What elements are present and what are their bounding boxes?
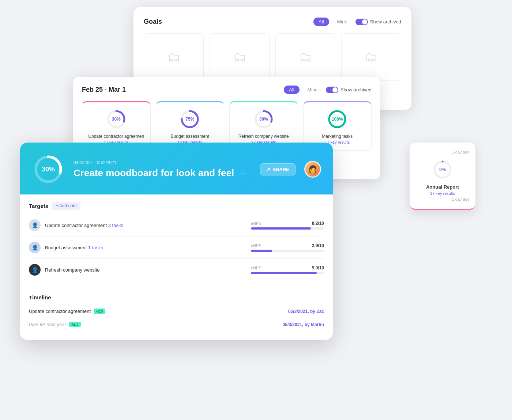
targets-section-header: Targets + Add note <box>29 194 324 214</box>
avatar: 👩 <box>304 161 321 178</box>
main-panel-header: 30% 04/2/2021 - 05/2/2021 Create moodboa… <box>20 143 333 194</box>
timeline-row-2: Plan for next year +2.5 05/3/2021, by Ma… <box>29 318 324 331</box>
share-icon: ↗ <box>266 167 270 172</box>
annual-donut: 0% <box>432 159 453 181</box>
donut-3: 30% <box>253 108 275 130</box>
goals-folder-row: 🗂 🗂 🗂 🗂 <box>144 33 401 81</box>
timeline-row-1: Update contractor agreement +2.5 05/3/20… <box>29 305 324 318</box>
donut-pct-1: 30% <box>112 117 121 122</box>
target-link-1[interactable]: 3 tasks <box>108 223 123 228</box>
donut-pct-2: 75% <box>185 117 194 122</box>
annual-meta-1: 1 day ago <box>415 150 470 154</box>
folder-icon-3: 🗂 <box>299 49 312 65</box>
metric-bar-fill-1 <box>251 227 311 230</box>
timeline-name-1: Update contractor agreement +2.5 <box>29 309 105 314</box>
folder-icon-4: 🗂 <box>365 49 378 65</box>
target-name-2: Budget assessment 1 tasks <box>45 245 246 250</box>
goals-archive-label: Show archived <box>370 19 401 24</box>
metric-value-3: 9.0/10 <box>312 265 324 270</box>
folder-icon-1: 🗂 <box>167 49 180 65</box>
target-metric-1: eNPS 8.2/10 <box>251 221 324 230</box>
weekly-filter-group: All Mine Show archived <box>284 86 372 94</box>
target-name-1: Update contractor agreement 3 tasks <box>45 223 246 228</box>
donut-1: 30% <box>105 108 127 130</box>
main-header-title: Create moodboard for look and feel <box>74 167 234 179</box>
weekly-archive-toggle[interactable] <box>326 87 338 93</box>
metric-bar-fill-3 <box>251 272 317 274</box>
goals-archive-toggle[interactable] <box>355 19 368 25</box>
target-row-1: 👤 Update contractor agreement 3 tasks eN… <box>29 214 324 237</box>
metric-header-2: eNPS 2.9/10 <box>251 243 324 248</box>
metric-bar-bg-2 <box>251 250 324 252</box>
metric-header-1: eNPS 8.2/10 <box>251 221 324 226</box>
timeline-meta-1: 05/3/2021, by Zac <box>288 309 324 314</box>
metric-bar-bg-3 <box>251 272 324 274</box>
annual-donut-pct: 0% <box>439 167 445 172</box>
folder-icon-2: 🗂 <box>233 49 246 65</box>
goals-filter-all[interactable]: All <box>313 18 329 26</box>
main-header-info: 04/2/2021 - 05/2/2021 Create moodboard f… <box>74 160 251 179</box>
timeline-label: Timeline <box>29 294 51 300</box>
annual-report-panel: 1 day ago 0% Annual Report 17 key result… <box>410 143 475 210</box>
main-donut: 30% <box>32 153 65 186</box>
target-row-3: 👤 Refresh company website eNPS 9.0/10 <box>29 259 324 281</box>
timeline-name-2: Plan for next year +2.5 <box>29 322 81 327</box>
donut-4: 100% <box>326 108 348 130</box>
goals-title: Goals <box>144 18 162 26</box>
folder-card-3[interactable]: 🗂 <box>275 33 335 81</box>
goals-filter-mine[interactable]: Mine <box>332 18 353 26</box>
goal-card-name-3: Refresh company website <box>238 134 289 139</box>
target-avatar-2: 👤 <box>29 242 41 253</box>
goal-card-name-1: Update contractor agreemen <box>88 134 144 139</box>
metric-label-1: eNPS <box>251 221 261 226</box>
target-avatar-1: 👤 <box>29 219 41 231</box>
add-note-button[interactable]: + Add note <box>52 202 80 210</box>
weekly-filter-mine[interactable]: Mine <box>302 86 323 94</box>
main-donut-pct: 30% <box>42 166 55 173</box>
annual-report-sub: 17 key results <box>415 191 470 196</box>
weekly-archive-label: Show archived <box>340 87 372 92</box>
timeline-meta-2: 05/3/2021, by Martin <box>283 322 324 327</box>
donut-pct-3: 30% <box>259 117 268 122</box>
metric-value-1: 8.2/10 <box>312 221 324 226</box>
goal-card-name-4: Marketing tasks <box>322 134 353 139</box>
folder-card-2[interactable]: 🗂 <box>210 33 270 81</box>
metric-bar-fill-2 <box>251 250 272 252</box>
metric-label-3: eNPS <box>251 266 261 270</box>
weekly-panel-header: Feb 25 - Mar 1 All Mine Show archived <box>82 86 372 94</box>
target-metric-3: eNPS 9.0/10 <box>251 265 324 274</box>
main-panel: 30% 04/2/2021 - 05/2/2021 Create moodboa… <box>20 143 333 340</box>
main-header-date: 04/2/2021 - 05/2/2021 <box>74 160 251 165</box>
target-row-2: 👤 Budget assessment 1 tasks eNPS 2.9/10 <box>29 237 324 259</box>
timeline-section: Timeline Update contractor agreement +2.… <box>29 287 324 331</box>
timeline-badge-1: +2.5 <box>94 309 105 314</box>
timeline-badge-2: +2.5 <box>69 322 81 327</box>
goals-panel-header: Goals All Mine Show archived <box>144 18 401 26</box>
scene: Goals All Mine Show archived 🗂 🗂 🗂 🗂 Feb… <box>0 0 512 420</box>
timeline-header: Timeline <box>29 287 324 305</box>
target-link-2[interactable]: 1 tasks <box>88 245 103 250</box>
target-metric-2: eNPS 2.9/10 <box>251 243 324 252</box>
weekly-filter-all[interactable]: All <box>284 86 299 94</box>
donut-pct-4: 100% <box>332 117 343 122</box>
target-name-3: Refresh company website <box>45 267 246 273</box>
donut-2: 75% <box>179 108 201 130</box>
folder-card-1[interactable]: 🗂 <box>144 33 204 81</box>
weekly-title: Feb 25 - Mar 1 <box>82 86 126 94</box>
targets-label: Targets <box>29 203 48 209</box>
share-label: SHARE <box>272 167 289 172</box>
goals-filter-group: All Mine Show archived <box>313 18 401 26</box>
goal-card-name-2: Budget assessment <box>171 134 209 139</box>
goals-toggle-group: Show archived <box>355 19 401 25</box>
weekly-toggle-group: Show archived <box>326 87 372 93</box>
share-button[interactable]: ↗ SHARE <box>260 163 295 175</box>
metric-label-2: eNPS <box>251 243 261 248</box>
folder-card-4[interactable]: 🗂 <box>341 33 401 81</box>
more-options-icon[interactable]: ··· <box>240 169 246 177</box>
metric-value-2: 2.9/10 <box>312 243 324 248</box>
annual-report-ago: 1 day ago <box>415 197 470 201</box>
target-avatar-3: 👤 <box>29 264 41 276</box>
metric-header-3: eNPS 9.0/10 <box>251 265 324 270</box>
main-panel-body: Targets + Add note 👤 Update contractor a… <box>20 194 333 340</box>
metric-bar-bg-1 <box>251 227 324 230</box>
